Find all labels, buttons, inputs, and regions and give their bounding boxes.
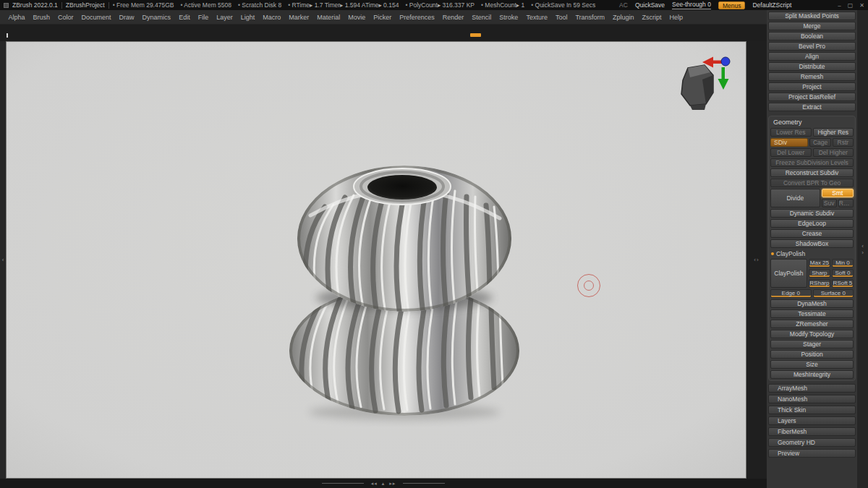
dynamic-subdiv-button[interactable]: Dynamic Subdiv (770, 209, 854, 218)
scroll-right-icon[interactable]: ▸▸ (389, 481, 396, 487)
menu-item[interactable]: Light (237, 12, 259, 22)
panel-button[interactable]: Project (768, 82, 856, 91)
tessimate-button[interactable]: Tessimate (770, 309, 854, 318)
subpalette-header[interactable]: ArrayMesh (768, 384, 856, 393)
reconstruct-subdiv-button[interactable]: Reconstruct Subdiv (770, 168, 854, 177)
reuv-button[interactable]: ReUV (838, 199, 854, 207)
convert-bpr-button[interactable]: Convert BPR To Geo (770, 179, 854, 187)
panel-button[interactable]: Extract (768, 103, 856, 111)
smt-toggle[interactable]: Smt (822, 189, 854, 197)
zremesher-button[interactable]: ZRemesher (770, 320, 854, 328)
menu-item[interactable]: Alpha (4, 12, 29, 22)
menu-item[interactable]: Color (54, 12, 78, 22)
del-higher-button[interactable]: Del Higher (813, 148, 854, 157)
claypolish-soft-slider[interactable]: Soft 0 (832, 269, 854, 278)
claypolish-max-slider[interactable]: Max 25 (809, 259, 830, 267)
menu-item[interactable]: Layer (213, 12, 237, 22)
left-tray-divider[interactable]: ‹ (0, 41, 6, 479)
quicksave-button[interactable]: QuickSave (635, 1, 665, 9)
surface-slider[interactable]: Surface 0 (813, 289, 854, 298)
claypolish-rsharp-slider[interactable]: RSharp (809, 279, 830, 288)
menu-item[interactable]: Movie (344, 12, 370, 22)
menu-item[interactable]: Marker (285, 12, 313, 22)
subpalette-header[interactable]: Thick Skin (768, 406, 856, 414)
close-icon[interactable]: ✕ (859, 2, 864, 9)
geometry-header[interactable]: Geometry (770, 118, 854, 127)
menu-item[interactable]: Draw (115, 12, 138, 22)
sdiv-slider[interactable]: SDiv (770, 138, 808, 147)
freeze-subdivision-button[interactable]: Freeze SubDivision Levels (770, 158, 854, 167)
camera-gizmo[interactable] (668, 48, 733, 114)
divide-button[interactable]: Divide (770, 189, 820, 207)
menu-item[interactable]: Texture (522, 12, 552, 22)
meshintegrity-button[interactable]: MeshIntegrity (770, 370, 854, 379)
menu-item[interactable]: Preferences (396, 12, 439, 22)
menu-item[interactable]: File (194, 12, 213, 22)
menu-item[interactable]: Render (438, 12, 468, 22)
menu-item[interactable]: Zscript (638, 12, 665, 22)
scroll-left-icon[interactable]: ◂◂ (371, 481, 378, 487)
shadowbox-button[interactable]: ShadowBox (770, 239, 854, 248)
claypolish-sharp-slider[interactable]: Sharp (809, 269, 830, 278)
minimize-icon[interactable]: – (838, 2, 841, 9)
menu-item[interactable]: Tool (551, 12, 571, 22)
menu-item[interactable]: Brush (29, 12, 54, 22)
edge-slider[interactable]: Edge 0 (770, 289, 812, 298)
edgeloop-button[interactable]: EdgeLoop (770, 219, 854, 228)
menu-item[interactable]: Help (665, 12, 687, 22)
panel-button[interactable]: Split Masked Points (768, 12, 856, 20)
menus-button[interactable]: Menus (718, 1, 746, 9)
maximize-icon[interactable]: ▢ (848, 2, 854, 9)
see-through-slider[interactable]: See-through 0 (672, 1, 711, 9)
claypolish-header[interactable]: ClayPolish (771, 249, 854, 257)
menu-item[interactable]: Dynamics (138, 12, 175, 22)
modify-topology-button[interactable]: Modify Topology (770, 330, 854, 338)
default-zscript-button[interactable]: DefaultZScript (752, 1, 791, 9)
crease-button[interactable]: Crease (770, 229, 854, 238)
menu-item[interactable]: Picker (370, 12, 396, 22)
dynamesh-button[interactable]: DynaMesh (770, 299, 854, 308)
claypolish-min-slider[interactable]: Min 0 (832, 259, 854, 267)
subpalette-header[interactable]: Preview (768, 449, 856, 458)
right-tray-divider[interactable]: ‹ › (857, 10, 868, 488)
menu-item[interactable]: Zplugin (609, 12, 639, 22)
higher-res-button[interactable]: Higher Res (813, 128, 854, 137)
panel-button[interactable]: Boolean (768, 32, 856, 40)
menu-item[interactable]: Material (313, 12, 344, 22)
rstr-button[interactable]: Rstr (833, 138, 854, 147)
panel-button[interactable]: Align (768, 52, 856, 61)
panel-button[interactable]: Bevel Pro (768, 42, 856, 51)
claypolish-button[interactable]: ClayPolish (770, 259, 807, 288)
subpalette-header[interactable]: FiberMesh (768, 427, 856, 436)
canvas-panel-divider[interactable]: ‹› (746, 41, 767, 479)
tray-arrow-left-icon[interactable]: ‹ (861, 243, 864, 249)
subpalette-header[interactable]: NanoMesh (768, 395, 856, 403)
stager-button[interactable]: Stager (770, 340, 854, 348)
panel-button[interactable]: Remesh (768, 72, 856, 81)
menu-item[interactable]: Macro (259, 12, 285, 22)
menu-item[interactable]: Stroke (495, 12, 522, 22)
menu-item[interactable]: Document (77, 12, 115, 22)
tray-arrow-right-icon[interactable]: › (861, 249, 864, 256)
tray-open-left-icon[interactable]: ‹ (2, 257, 4, 263)
divider-arrows-icon[interactable]: ‹› (754, 257, 759, 263)
subpalette-header[interactable]: Geometry HD (768, 438, 856, 447)
menu-item[interactable]: Transform (571, 12, 609, 22)
panel-button[interactable]: Distribute (768, 62, 856, 71)
menu-item[interactable]: Stencil (468, 12, 495, 22)
claypolish-rsoft-slider[interactable]: RSoft 5 (832, 279, 854, 288)
shelf-drag-handle[interactable] (470, 33, 481, 37)
del-lower-button[interactable]: Del Lower (770, 148, 812, 157)
suv-button[interactable]: Suv (822, 199, 837, 207)
menu-item[interactable]: Edit (175, 12, 195, 22)
panel-button[interactable]: Merge (768, 22, 856, 30)
scrollbar-track-left[interactable] (322, 483, 364, 484)
scroll-center-icon[interactable]: ▴ (382, 481, 386, 487)
cage-button[interactable]: Cage (809, 138, 830, 147)
panel-button[interactable]: Project BasRelief (768, 93, 856, 101)
lower-res-button[interactable]: Lower Res (770, 128, 812, 137)
size-button[interactable]: Size (770, 360, 854, 369)
subpalette-header[interactable]: Layers (768, 416, 856, 425)
position-button[interactable]: Position (770, 350, 854, 359)
document-canvas[interactable] (6, 41, 746, 479)
